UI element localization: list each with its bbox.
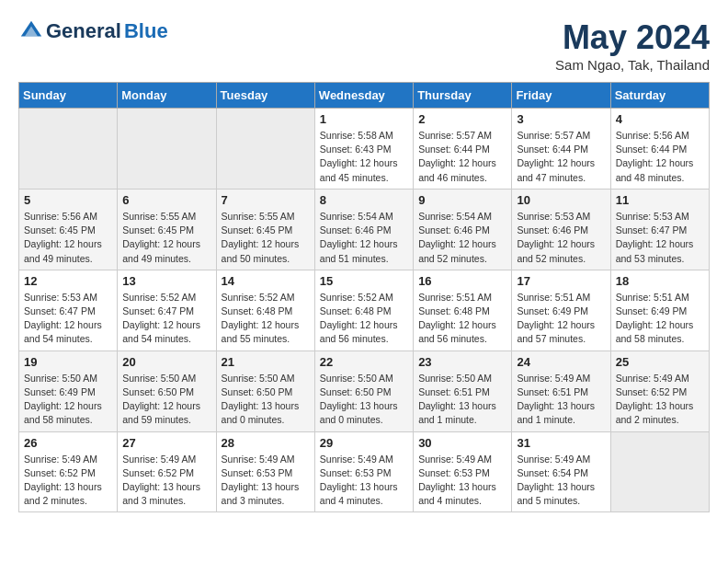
- calendar-cell: 30Sunrise: 5:49 AM Sunset: 6:53 PM Dayli…: [414, 431, 512, 512]
- calendar-cell: 12Sunrise: 5:53 AM Sunset: 6:47 PM Dayli…: [19, 270, 118, 350]
- calendar-cell: 24Sunrise: 5:49 AM Sunset: 6:51 PM Dayli…: [512, 350, 610, 431]
- cell-info: Sunrise: 5:50 AM Sunset: 6:51 PM Dayligh…: [418, 372, 506, 428]
- day-number: 3: [517, 112, 605, 126]
- calendar-table: SundayMondayTuesdayWednesdayThursdayFrid…: [18, 82, 710, 512]
- cell-info: Sunrise: 5:49 AM Sunset: 6:54 PM Dayligh…: [517, 453, 605, 509]
- cell-info: Sunrise: 5:58 AM Sunset: 6:43 PM Dayligh…: [320, 129, 408, 185]
- day-number: 19: [24, 355, 112, 369]
- calendar-cell: 22Sunrise: 5:50 AM Sunset: 6:50 PM Dayli…: [314, 350, 413, 431]
- cell-info: Sunrise: 5:52 AM Sunset: 6:48 PM Dayligh…: [222, 291, 310, 347]
- calendar-cell: 8Sunrise: 5:54 AM Sunset: 6:46 PM Daylig…: [314, 189, 413, 270]
- calendar-cell: 1Sunrise: 5:58 AM Sunset: 6:43 PM Daylig…: [314, 109, 413, 190]
- cell-info: Sunrise: 5:53 AM Sunset: 6:47 PM Dayligh…: [616, 210, 704, 266]
- day-number: 2: [418, 112, 506, 126]
- logo-icon: [18, 18, 44, 44]
- location: Sam Ngao, Tak, Thailand: [555, 57, 710, 73]
- day-number: 12: [24, 274, 112, 288]
- cell-info: Sunrise: 5:54 AM Sunset: 6:46 PM Dayligh…: [320, 210, 408, 266]
- cell-info: Sunrise: 5:49 AM Sunset: 6:53 PM Dayligh…: [418, 453, 506, 509]
- day-number: 10: [517, 193, 605, 207]
- day-number: 15: [320, 274, 408, 288]
- cell-info: Sunrise: 5:56 AM Sunset: 6:45 PM Dayligh…: [24, 210, 112, 266]
- calendar-cell: 19Sunrise: 5:50 AM Sunset: 6:49 PM Dayli…: [19, 350, 118, 431]
- calendar-cell: 17Sunrise: 5:51 AM Sunset: 6:49 PM Dayli…: [512, 270, 610, 350]
- calendar-cell: 4Sunrise: 5:56 AM Sunset: 6:44 PM Daylig…: [610, 109, 709, 190]
- calendar-week-2: 5Sunrise: 5:56 AM Sunset: 6:45 PM Daylig…: [19, 189, 710, 270]
- cell-info: Sunrise: 5:51 AM Sunset: 6:49 PM Dayligh…: [616, 291, 704, 347]
- month-title: May 2024: [555, 18, 710, 57]
- calendar-week-3: 12Sunrise: 5:53 AM Sunset: 6:47 PM Dayli…: [19, 270, 710, 350]
- cell-info: Sunrise: 5:54 AM Sunset: 6:46 PM Dayligh…: [418, 210, 506, 266]
- cell-info: Sunrise: 5:56 AM Sunset: 6:44 PM Dayligh…: [616, 129, 704, 185]
- logo-general: General: [46, 20, 121, 42]
- calendar-cell: 15Sunrise: 5:52 AM Sunset: 6:48 PM Dayli…: [314, 270, 413, 350]
- calendar-cell: 9Sunrise: 5:54 AM Sunset: 6:46 PM Daylig…: [414, 189, 512, 270]
- day-number: 5: [24, 193, 112, 207]
- cell-info: Sunrise: 5:50 AM Sunset: 6:50 PM Dayligh…: [320, 372, 408, 428]
- calendar-cell: 31Sunrise: 5:49 AM Sunset: 6:54 PM Dayli…: [512, 431, 610, 512]
- cell-info: Sunrise: 5:51 AM Sunset: 6:49 PM Dayligh…: [517, 291, 605, 347]
- calendar-cell: 6Sunrise: 5:55 AM Sunset: 6:45 PM Daylig…: [118, 189, 216, 270]
- calendar-cell: 7Sunrise: 5:55 AM Sunset: 6:45 PM Daylig…: [216, 189, 314, 270]
- day-number: 27: [122, 436, 210, 450]
- calendar-cell: 27Sunrise: 5:49 AM Sunset: 6:52 PM Dayli…: [118, 431, 216, 512]
- cell-info: Sunrise: 5:50 AM Sunset: 6:50 PM Dayligh…: [122, 372, 210, 428]
- cell-info: Sunrise: 5:53 AM Sunset: 6:46 PM Dayligh…: [517, 210, 605, 266]
- day-number: 31: [517, 436, 605, 450]
- weekday-header-row: SundayMondayTuesdayWednesdayThursdayFrid…: [19, 83, 710, 109]
- cell-info: Sunrise: 5:52 AM Sunset: 6:47 PM Dayligh…: [122, 291, 210, 347]
- cell-info: Sunrise: 5:49 AM Sunset: 6:52 PM Dayligh…: [122, 453, 210, 509]
- weekday-header-monday: Monday: [118, 83, 216, 109]
- calendar-cell: 29Sunrise: 5:49 AM Sunset: 6:53 PM Dayli…: [314, 431, 413, 512]
- day-number: 7: [222, 193, 310, 207]
- day-number: 4: [616, 112, 704, 126]
- calendar-cell: [118, 109, 216, 190]
- calendar-cell: 11Sunrise: 5:53 AM Sunset: 6:47 PM Dayli…: [610, 189, 709, 270]
- day-number: 23: [418, 355, 506, 369]
- weekday-header-saturday: Saturday: [610, 83, 709, 109]
- day-number: 29: [320, 436, 408, 450]
- calendar-cell: 23Sunrise: 5:50 AM Sunset: 6:51 PM Dayli…: [414, 350, 512, 431]
- cell-info: Sunrise: 5:51 AM Sunset: 6:48 PM Dayligh…: [418, 291, 506, 347]
- day-number: 6: [122, 193, 210, 207]
- cell-info: Sunrise: 5:53 AM Sunset: 6:47 PM Dayligh…: [24, 291, 112, 347]
- cell-info: Sunrise: 5:49 AM Sunset: 6:52 PM Dayligh…: [24, 453, 112, 509]
- cell-info: Sunrise: 5:57 AM Sunset: 6:44 PM Dayligh…: [517, 129, 605, 185]
- calendar-cell: 21Sunrise: 5:50 AM Sunset: 6:50 PM Dayli…: [216, 350, 314, 431]
- calendar-cell: 13Sunrise: 5:52 AM Sunset: 6:47 PM Dayli…: [118, 270, 216, 350]
- calendar-cell: 18Sunrise: 5:51 AM Sunset: 6:49 PM Dayli…: [610, 270, 709, 350]
- calendar-cell: 14Sunrise: 5:52 AM Sunset: 6:48 PM Dayli…: [216, 270, 314, 350]
- day-number: 24: [517, 355, 605, 369]
- weekday-header-sunday: Sunday: [19, 83, 118, 109]
- day-number: 22: [320, 355, 408, 369]
- day-number: 17: [517, 274, 605, 288]
- title-block: May 2024 Sam Ngao, Tak, Thailand: [555, 18, 710, 73]
- cell-info: Sunrise: 5:52 AM Sunset: 6:48 PM Dayligh…: [320, 291, 408, 347]
- calendar-week-4: 19Sunrise: 5:50 AM Sunset: 6:49 PM Dayli…: [19, 350, 710, 431]
- day-number: 11: [616, 193, 704, 207]
- logo-blue: Blue: [124, 20, 168, 42]
- calendar-cell: 2Sunrise: 5:57 AM Sunset: 6:44 PM Daylig…: [414, 109, 512, 190]
- day-number: 20: [122, 355, 210, 369]
- calendar-cell: 5Sunrise: 5:56 AM Sunset: 6:45 PM Daylig…: [19, 189, 118, 270]
- day-number: 9: [418, 193, 506, 207]
- calendar-cell: 26Sunrise: 5:49 AM Sunset: 6:52 PM Dayli…: [19, 431, 118, 512]
- weekday-header-thursday: Thursday: [414, 83, 512, 109]
- calendar-week-1: 1Sunrise: 5:58 AM Sunset: 6:43 PM Daylig…: [19, 109, 710, 190]
- calendar-cell: 20Sunrise: 5:50 AM Sunset: 6:50 PM Dayli…: [118, 350, 216, 431]
- calendar-cell: 10Sunrise: 5:53 AM Sunset: 6:46 PM Dayli…: [512, 189, 610, 270]
- cell-info: Sunrise: 5:57 AM Sunset: 6:44 PM Dayligh…: [418, 129, 506, 185]
- calendar-cell: 3Sunrise: 5:57 AM Sunset: 6:44 PM Daylig…: [512, 109, 610, 190]
- day-number: 26: [24, 436, 112, 450]
- cell-info: Sunrise: 5:49 AM Sunset: 6:53 PM Dayligh…: [320, 453, 408, 509]
- day-number: 14: [222, 274, 310, 288]
- logo: General Blue: [18, 18, 168, 44]
- calendar-cell: 16Sunrise: 5:51 AM Sunset: 6:48 PM Dayli…: [414, 270, 512, 350]
- cell-info: Sunrise: 5:50 AM Sunset: 6:50 PM Dayligh…: [222, 372, 310, 428]
- day-number: 18: [616, 274, 704, 288]
- day-number: 25: [616, 355, 704, 369]
- cell-info: Sunrise: 5:55 AM Sunset: 6:45 PM Dayligh…: [222, 210, 310, 266]
- weekday-header-wednesday: Wednesday: [314, 83, 413, 109]
- day-number: 1: [320, 112, 408, 126]
- calendar-cell: [610, 431, 709, 512]
